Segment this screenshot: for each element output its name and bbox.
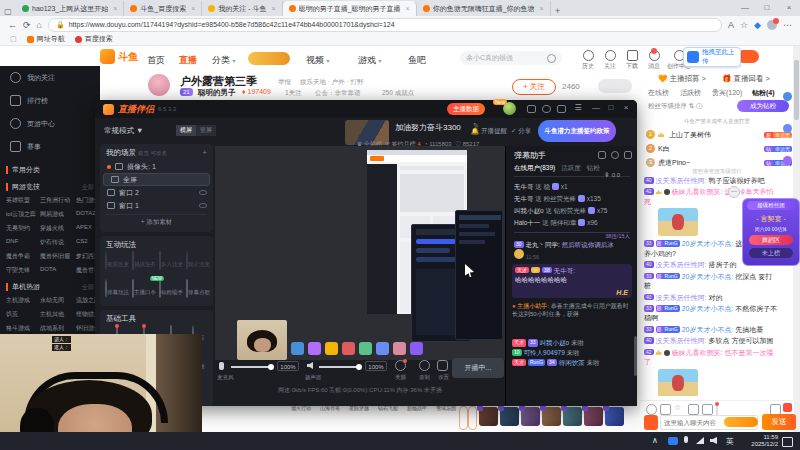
- room-thumbnail[interactable]: [542, 407, 561, 426]
- home-icon[interactable]: ⌂: [37, 20, 42, 30]
- record-icon[interactable]: [419, 360, 430, 371]
- game-link[interactable]: 三角洲行动: [40, 196, 76, 205]
- profile-avatar[interactable]: [767, 20, 777, 30]
- back-icon[interactable]: ←: [8, 20, 17, 30]
- streamer-data-button[interactable]: 主播数据: [447, 103, 485, 115]
- fanclub-zone-button[interactable]: 舞蹈区: [749, 235, 793, 245]
- float-service-icon[interactable]: [783, 156, 792, 165]
- new-tab-button[interactable]: +: [551, 6, 565, 16]
- tab-active-rank[interactable]: 活跃榜: [680, 88, 701, 98]
- speaker-volume-value[interactable]: 100%: [365, 361, 387, 371]
- apps-icon[interactable]: [557, 105, 566, 113]
- tray-app-icon[interactable]: [668, 437, 678, 445]
- game-link[interactable]: 魔兽怀旧服: [40, 252, 76, 261]
- beauty-icon[interactable]: [395, 360, 406, 371]
- sidebar-item-my-follow[interactable]: 我的关注: [0, 66, 100, 89]
- add-scene-button[interactable]: +: [203, 148, 207, 157]
- feature-multi-link[interactable]: 多人连麦: [158, 252, 184, 270]
- speaker-icon[interactable]: [307, 362, 313, 369]
- favorite-star-icon[interactable]: ☆: [740, 20, 748, 30]
- nav-game[interactable]: 游戏 ▾: [358, 54, 382, 67]
- signing-policy-banner[interactable]: 斗鱼潜力主播签约政策: [538, 120, 616, 142]
- streamer-avatar[interactable]: [148, 74, 170, 96]
- nav-video[interactable]: 视频 ▾: [306, 54, 330, 67]
- chat-icon[interactable]: [527, 105, 536, 113]
- window-maximize-button[interactable]: □: [756, 0, 778, 16]
- stream-breadcrumb[interactable]: 娱乐天地 · 户外 · 打野: [300, 78, 364, 87]
- game-link[interactable]: 炉石传说: [40, 238, 76, 247]
- companion-close-button[interactable]: ×: [619, 103, 633, 112]
- send-button[interactable]: 发送: [762, 414, 796, 430]
- gift-tooltip-chip[interactable]: [724, 417, 758, 427]
- card-icon[interactable]: [702, 404, 713, 415]
- microphone-icon[interactable]: [219, 362, 224, 370]
- search-input[interactable]: 余小C真的很强: [460, 51, 562, 65]
- url-field[interactable]: 🔒 https://www.douyu.com/11744194?dyshid=…: [48, 18, 722, 32]
- follow-button[interactable]: + 关注: [512, 79, 556, 95]
- expand-icon[interactable]: [624, 151, 632, 159]
- portrait-option[interactable]: 竖屏: [196, 125, 216, 136]
- pgc-event-icon[interactable]: [248, 52, 290, 65]
- game-link[interactable]: 主机其他: [40, 310, 76, 319]
- sidebar-item-webgame[interactable]: 页游中心: [0, 112, 100, 135]
- achievement-points[interactable]: 250 成就点: [382, 89, 414, 98]
- anchor-recruit-link[interactable]: 🧡 主播招募 >: [658, 74, 706, 84]
- history-icon[interactable]: 历史: [578, 50, 598, 71]
- taskbar-clock[interactable]: 11:592025/12/2: [742, 434, 778, 448]
- see-all-link[interactable]: 全部: [82, 283, 94, 292]
- tab-baidu-douyu[interactable]: 斗鱼_百度搜索×: [124, 1, 202, 16]
- add-source-button[interactable]: + 添加素材: [106, 214, 207, 227]
- menu-icon[interactable]: ☰: [571, 103, 585, 112]
- fan-rank-row[interactable]: 1 上山了吴树伟 超幸运壳: [646, 128, 792, 141]
- landscape-option[interactable]: 横屏: [176, 125, 196, 136]
- douyu-logo[interactable]: 斗鱼: [100, 49, 138, 64]
- game-link[interactable]: DOTA: [40, 266, 76, 275]
- feature-diamond-helper[interactable]: NEW钻粉助手: [158, 280, 184, 298]
- companion-stream-title[interactable]: 加油努力奋斗3300: [395, 122, 461, 133]
- tray-mic-icon[interactable]: [684, 436, 688, 443]
- scene-window1[interactable]: 窗口 1: [100, 199, 213, 212]
- subscribe-pill[interactable]: [598, 79, 632, 93]
- float-service-icon[interactable]: [783, 124, 792, 133]
- tab-close-icon[interactable]: ×: [540, 5, 544, 12]
- room-thumbnail[interactable]: [584, 407, 603, 426]
- emoji-icon[interactable]: [646, 404, 657, 415]
- game-link[interactable]: 守望先锋: [6, 266, 40, 275]
- scene-camera[interactable]: 摄像头: 1: [100, 160, 213, 173]
- share-button[interactable]: ✓ 分享: [511, 127, 531, 136]
- bookmark-site-nav[interactable]: 网址导航: [27, 34, 65, 44]
- tab-close-icon[interactable]: ×: [406, 5, 410, 12]
- nav-home[interactable]: 首页: [147, 54, 165, 67]
- danmu-settings-icon[interactable]: [611, 151, 619, 159]
- mute-icon[interactable]: [660, 404, 671, 415]
- live-remind-toggle[interactable]: 🔔 开播提醒: [471, 127, 507, 136]
- tab-close-icon[interactable]: ×: [272, 5, 276, 12]
- orientation-toggle[interactable]: 横屏竖屏: [176, 125, 216, 136]
- download-icon[interactable]: 下载: [622, 50, 642, 71]
- tab-hao123[interactable]: hao123_上网从这里开始×: [16, 1, 124, 16]
- popout-icon[interactable]: [598, 151, 606, 159]
- tab-other-stream[interactable]: 你的鱼塘无限嗨狂直播_你的鱼塘×: [417, 1, 551, 16]
- feature-danmu-play[interactable]: 弹幕玩法: [104, 280, 130, 298]
- extension-icon[interactable]: ◆: [754, 20, 761, 30]
- bookmark-baidu[interactable]: 百度搜索: [75, 34, 113, 44]
- game-link[interactable]: 主机游戏: [6, 296, 40, 305]
- companion-avatar[interactable]: [503, 102, 516, 115]
- ime-indicator[interactable]: 英: [726, 436, 734, 447]
- game-link[interactable]: 网易游戏: [40, 210, 76, 219]
- game-link[interactable]: 英雄联盟: [6, 196, 40, 205]
- report-link[interactable]: 举报: [278, 78, 291, 87]
- more-menu-icon[interactable]: ⋯: [783, 20, 792, 30]
- tray-network-icon[interactable]: [696, 437, 704, 444]
- companion-maximize-button[interactable]: □: [604, 103, 618, 112]
- sidebar-toggle-icon[interactable]: ▢: [10, 35, 17, 43]
- feature-challenge[interactable]: 挑战任务: [131, 252, 157, 270]
- speaker-volume-slider[interactable]: [319, 366, 359, 368]
- scene-fullscreen[interactable]: 全屏: [103, 173, 210, 186]
- feature-command[interactable]: 主播口令: [131, 280, 157, 298]
- feature-song-request[interactable]: 弹幕点歌: [185, 280, 211, 298]
- section-common-categories[interactable]: 常用分类: [6, 165, 100, 175]
- visibility-icon[interactable]: [199, 203, 207, 208]
- settings-gear-icon[interactable]: [437, 360, 448, 371]
- feature-video-link[interactable]: 视频连麦: [104, 252, 130, 270]
